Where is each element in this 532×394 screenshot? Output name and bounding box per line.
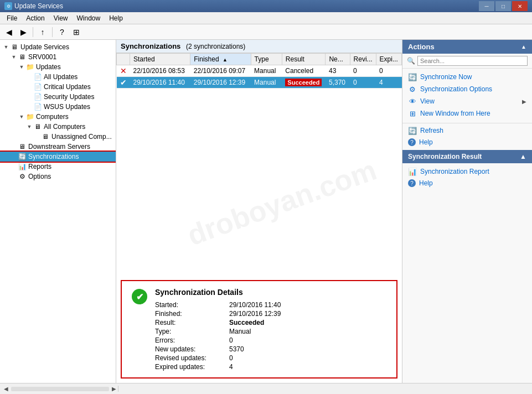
computer-icon: 🖥 [33, 122, 42, 131]
tree-item-downstream-servers[interactable]: 🖥 Downstream Servers [0, 142, 116, 152]
status-bar: ◀ ▶ [0, 383, 532, 394]
close-button[interactable]: ✕ [512, 1, 528, 11]
tree-item-reports[interactable]: 📊 Reports [0, 162, 116, 172]
expand-arrow: ▼ [25, 123, 33, 131]
col-status[interactable] [117, 54, 130, 65]
col-type[interactable]: Type [251, 54, 282, 65]
refresh-icon: 🔄 [408, 126, 417, 135]
action-label: Synchronization Options [420, 85, 492, 93]
action-sync-options[interactable]: ⚙ Synchronization Options [402, 83, 532, 95]
action-label: Refresh [420, 127, 443, 134]
scroll-area: ◀ ▶ [2, 386, 118, 392]
type-cell: Manual [251, 65, 282, 77]
tree-item-unassigned-computers[interactable]: 🖥 Unassigned Comp... [0, 132, 116, 142]
search-icon: 🔍 [407, 57, 415, 65]
help-result-icon: ? [408, 179, 416, 187]
action-new-window[interactable]: ⊞ New Window from Here [402, 107, 532, 120]
col-revised[interactable]: Revi... [350, 54, 376, 65]
tree-label: Security Updates [44, 93, 94, 101]
result-label: Result: [155, 319, 227, 326]
minimize-button[interactable]: ─ [479, 1, 494, 11]
tree-item-critical-updates[interactable]: 📄 Critical Updates [0, 82, 116, 92]
action-view[interactable]: 👁 View ▶ [402, 95, 532, 107]
type-label: Type: [155, 328, 227, 335]
content-header: Synchronizations (2 synchronizations) [116, 40, 402, 53]
tree-item-security-updates[interactable]: 📄 Security Updates [0, 92, 116, 102]
search-input[interactable] [417, 56, 528, 66]
col-started[interactable]: Started [130, 54, 190, 65]
action-refresh[interactable]: 🔄 Refresh [402, 125, 532, 137]
action-help-result[interactable]: ? Help [402, 178, 532, 189]
app-icon: ⚙ [4, 2, 12, 10]
revised-cell: 0 [350, 77, 376, 89]
action-label: Synchronize Now [420, 73, 472, 81]
sync-result-section-header: Synchronization Result ▲ [402, 150, 532, 163]
doc-icon: 📄 [33, 92, 42, 101]
tree-item-updates[interactable]: ▼ 📁 Updates [0, 62, 116, 72]
help-toolbar-button[interactable]: ? [55, 26, 69, 38]
tree-label: Downstream Servers [28, 143, 90, 151]
col-new[interactable]: Ne... [326, 54, 350, 65]
title-bar: ⚙ Update Services ─ □ ✕ [0, 0, 532, 12]
scroll-left-button[interactable]: ◀ [2, 386, 10, 392]
expired-updates-label: Expired updates: [155, 363, 227, 371]
result-value: Succeeded [229, 319, 388, 326]
grid-button[interactable]: ⊞ [70, 26, 83, 38]
collapse-icon-result[interactable]: ▲ [520, 153, 526, 160]
sync-actions-list: 🔄 Synchronize Now ⚙ Synchronization Opti… [402, 69, 532, 122]
tree-item-all-updates[interactable]: 📄 All Updates [0, 72, 116, 82]
action-sync-report[interactable]: 📊 Synchronization Report [402, 165, 532, 178]
menu-file[interactable]: File [2, 13, 22, 23]
col-result[interactable]: Result [282, 54, 326, 65]
tree-item-options[interactable]: ⚙ Options [0, 172, 116, 182]
tree-label: WSUS Updates [44, 103, 90, 111]
sync-result-title: Synchronization Result [408, 153, 482, 160]
finished-label: Finished: [155, 310, 227, 318]
tree-label: Reports [28, 163, 51, 170]
up-button[interactable]: ↑ [36, 26, 49, 38]
back-button[interactable]: ◀ [2, 26, 16, 38]
tree-item-srv0001[interactable]: ▼ 🖥 SRV0001 [0, 52, 116, 62]
tree-item-computers[interactable]: ▼ 📁 Computers [0, 112, 116, 122]
action-help[interactable]: ? Help [402, 137, 532, 148]
content-panel: Synchronizations (2 synchronizations) dr… [116, 40, 402, 383]
expired-updates-value: 4 [229, 363, 388, 371]
menu-help[interactable]: Help [105, 13, 127, 23]
window-title: Update Services [14, 2, 63, 10]
success-checkmark-icon: ✔ [132, 289, 147, 304]
tree-item-update-services[interactable]: ▼ 🖥 Update Services [0, 42, 116, 52]
sync-now-icon: 🔄 [408, 72, 417, 81]
maximize-button[interactable]: □ [495, 1, 511, 11]
details-title: Synchronization Details [155, 288, 388, 297]
menu-window[interactable]: Window [73, 13, 105, 23]
collapse-icon[interactable]: ▲ [521, 44, 526, 50]
scroll-track[interactable] [11, 387, 109, 391]
action-label: View [420, 97, 435, 105]
toolbar: ◀ ▶ ↑ ? ⊞ [0, 24, 532, 40]
status-success-icon: ✔ [120, 78, 127, 87]
tree-item-all-computers[interactable]: ▼ 🖥 All Computers [0, 122, 116, 132]
expired-cell: 0 [376, 65, 401, 77]
scroll-right-button[interactable]: ▶ [110, 386, 118, 392]
tree-item-wsus-updates[interactable]: 📄 WSUS Updates [0, 102, 116, 112]
expired-cell: 4 [376, 77, 401, 89]
menu-action[interactable]: Action [22, 13, 49, 23]
started-cell: 22/10/2016 08:53 [130, 65, 190, 77]
result-cell: Canceled [282, 65, 326, 77]
table-row[interactable]: ✕ 22/10/2016 08:53 22/10/2016 09:07 Manu… [117, 65, 402, 77]
watermark: droboyan.com [183, 153, 381, 252]
action-label: Help [419, 138, 433, 146]
new-cell: 5,370 [326, 77, 350, 89]
forward-button[interactable]: ▶ [17, 26, 30, 38]
tree-label: Update Services [20, 43, 69, 51]
revised-updates-label: Revised updates: [155, 354, 227, 362]
col-expired[interactable]: Expi... [376, 54, 401, 65]
menu-view[interactable]: View [49, 13, 73, 23]
table-row[interactable]: ✔ 29/10/2016 11:40 29/10/2016 12:39 Manu… [117, 77, 402, 89]
tree-item-synchronizations[interactable]: 🔄 Synchronizations [0, 152, 116, 162]
action-synchronize-now[interactable]: 🔄 Synchronize Now [402, 71, 532, 83]
details-grid: Started: 29/10/2016 11:40 Finished: 29/1… [155, 301, 388, 371]
folder-icon: 📁 [25, 112, 34, 121]
col-finished[interactable]: Finished ▲ [190, 54, 251, 65]
details-content: Synchronization Details Started: 29/10/2… [155, 288, 388, 371]
